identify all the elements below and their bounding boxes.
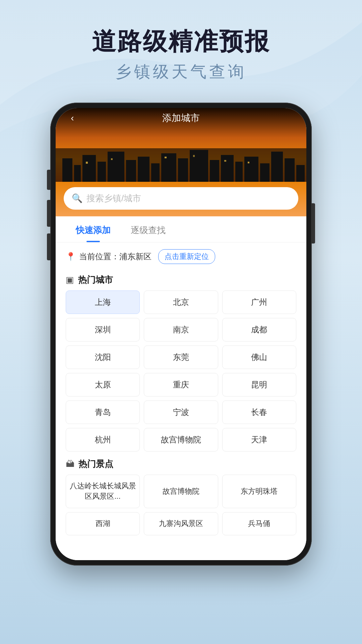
svg-rect-8 xyxy=(151,163,160,182)
city-btn-广州[interactable]: 广州 xyxy=(222,290,296,314)
search-icon: 🔍 xyxy=(72,193,82,204)
svg-rect-2 xyxy=(74,165,81,182)
svg-rect-21 xyxy=(111,158,113,160)
city-btn-东莞[interactable]: 东莞 xyxy=(144,345,218,369)
content-area: 快速添加 逐级查找 📍 当前位置：浦东新区 点击重新定位 ▣ 热门城市 上海北京… xyxy=(56,216,306,560)
city-btn-深圳[interactable]: 深圳 xyxy=(66,318,140,341)
svg-rect-15 xyxy=(244,157,258,182)
city-btn-成都[interactable]: 成都 xyxy=(222,318,296,341)
city-btn-北京[interactable]: 北京 xyxy=(144,290,218,314)
scenic-btn-3[interactable]: 西湖 xyxy=(66,512,140,535)
header-section: 道路级精准预报 乡镇级天气查询 xyxy=(92,0,270,83)
phone-screen: ‹ 添加城市 🔍 搜索乡镇/城市 快速添加 逐级查找 📍 当前位置：浦东新区 xyxy=(56,108,306,560)
svg-rect-1 xyxy=(62,158,72,182)
scenic-btn-2[interactable]: 东方明珠塔 xyxy=(222,475,296,508)
svg-rect-11 xyxy=(190,150,208,182)
header-image: ‹ 添加城市 xyxy=(56,108,306,182)
city-btn-故宫博物院[interactable]: 故宫博物院 xyxy=(144,428,218,451)
phone-header-bar: ‹ 添加城市 xyxy=(56,108,306,128)
svg-rect-23 xyxy=(193,155,195,157)
search-bar[interactable]: 🔍 搜索乡镇/城市 xyxy=(64,187,298,210)
hot-scenic-icon: 🏔 xyxy=(66,459,74,469)
svg-rect-18 xyxy=(285,158,295,182)
city-grid: 上海北京广州深圳南京成都沈阳东莞佛山太原重庆昆明青岛宁波长春杭州故宫博物院天津 xyxy=(56,290,306,455)
city-btn-青岛[interactable]: 青岛 xyxy=(66,400,140,424)
hot-cities-icon: ▣ xyxy=(66,275,74,285)
svg-rect-17 xyxy=(271,152,283,182)
phone-frame: ‹ 添加城市 🔍 搜索乡镇/城市 快速添加 逐级查找 📍 当前位置：浦东新区 xyxy=(50,103,312,566)
svg-rect-20 xyxy=(86,162,88,164)
svg-rect-5 xyxy=(108,152,124,182)
svg-rect-4 xyxy=(98,162,106,182)
city-btn-天津[interactable]: 天津 xyxy=(222,428,296,451)
svg-rect-22 xyxy=(165,157,167,158)
scenic-btn-4[interactable]: 九寨沟风景区 xyxy=(144,512,218,535)
hot-cities-header: ▣ 热门城市 xyxy=(56,271,306,290)
city-btn-长春[interactable]: 长春 xyxy=(222,400,296,424)
city-btn-杭州[interactable]: 杭州 xyxy=(66,428,140,451)
hot-scenic-header: 🏔 热门景点 xyxy=(56,455,306,475)
city-btn-上海[interactable]: 上海 xyxy=(66,290,140,314)
search-area: 🔍 搜索乡镇/城市 xyxy=(56,182,306,216)
location-row: 📍 当前位置：浦东新区 点击重新定位 xyxy=(56,243,306,271)
city-btn-宁波[interactable]: 宁波 xyxy=(144,400,218,424)
city-btn-太原[interactable]: 太原 xyxy=(66,373,140,396)
search-placeholder: 搜索乡镇/城市 xyxy=(86,193,141,204)
location-text: 当前位置：浦东新区 xyxy=(79,251,152,262)
side-button-vol-up xyxy=(47,200,50,227)
svg-rect-12 xyxy=(210,160,219,182)
svg-rect-13 xyxy=(221,155,234,182)
tab-quick-add[interactable]: 快速添加 xyxy=(66,216,121,242)
svg-rect-24 xyxy=(224,160,226,162)
city-btn-昆明[interactable]: 昆明 xyxy=(222,373,296,396)
svg-rect-9 xyxy=(161,153,176,182)
hot-cities-title: 热门城市 xyxy=(78,274,113,286)
tab-browse[interactable]: 逐级查找 xyxy=(121,216,176,242)
scenic-btn-5[interactable]: 兵马俑 xyxy=(222,512,296,535)
screen-title: 添加城市 xyxy=(162,112,200,124)
hot-scenic-title: 热门景点 xyxy=(78,458,113,470)
city-btn-南京[interactable]: 南京 xyxy=(144,318,218,341)
city-btn-沈阳[interactable]: 沈阳 xyxy=(66,345,140,369)
city-btn-重庆[interactable]: 重庆 xyxy=(144,373,218,396)
side-button-vol-down xyxy=(47,233,50,260)
scenic-grid: 八达岭长城长城风景区风景区...故宫博物院东方明珠塔西湖九寨沟风景区兵马俑 xyxy=(56,475,306,538)
city-btn-佛山[interactable]: 佛山 xyxy=(222,345,296,369)
svg-rect-14 xyxy=(235,162,243,182)
side-button-mute xyxy=(47,170,50,190)
svg-rect-16 xyxy=(260,163,269,182)
scenic-btn-1[interactable]: 故宫博物院 xyxy=(144,475,218,508)
hot-scenic-section: 🏔 热门景点 八达岭长城长城风景区风景区...故宫博物院东方明珠塔西湖九寨沟风景… xyxy=(56,455,306,538)
main-title: 道路级精准预报 xyxy=(92,27,270,56)
location-pin-icon: 📍 xyxy=(66,252,76,261)
scenic-btn-0[interactable]: 八达岭长城长城风景区风景区... xyxy=(66,475,140,508)
svg-rect-6 xyxy=(126,160,136,182)
tabs-bar: 快速添加 逐级查找 xyxy=(56,216,306,243)
side-button-power xyxy=(312,203,315,244)
sub-title: 乡镇级天气查询 xyxy=(92,61,270,83)
svg-rect-3 xyxy=(82,155,96,182)
svg-rect-19 xyxy=(296,165,305,182)
svg-rect-25 xyxy=(248,162,249,163)
svg-rect-7 xyxy=(138,157,149,182)
back-button[interactable]: ‹ xyxy=(66,111,79,125)
relocate-button[interactable]: 点击重新定位 xyxy=(158,249,215,264)
svg-rect-10 xyxy=(178,158,188,182)
